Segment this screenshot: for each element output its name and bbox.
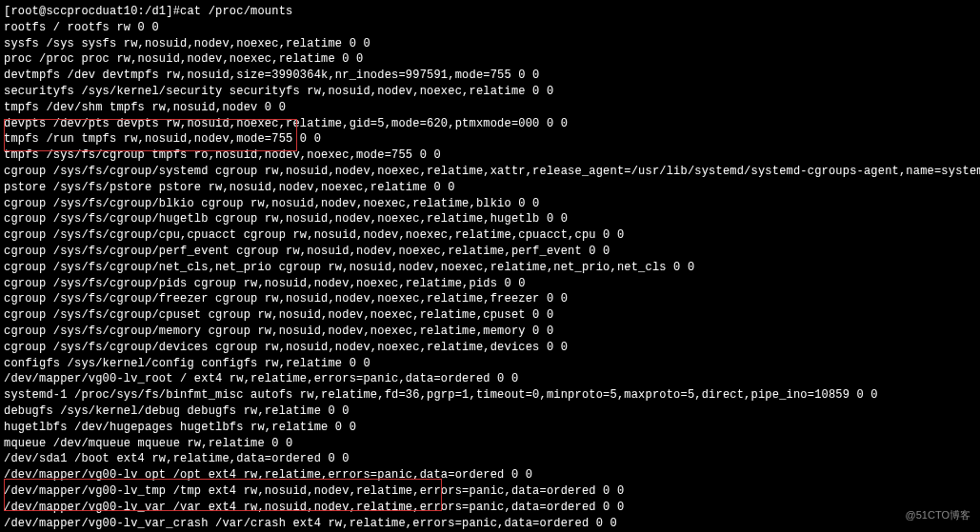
mount-line: rootfs / rootfs rw 0 0 [4,20,976,36]
mount-line: mqueue /dev/mqueue mqueue rw,relatime 0 … [4,436,976,452]
mount-line: configfs /sys/kernel/config configfs rw,… [4,356,976,372]
mount-line: tmpfs /run tmpfs rw,nosuid,nodev,mode=75… [4,131,976,148]
mount-line: cgroup /sys/fs/cgroup/memory cgroup rw,n… [4,324,976,340]
watermark-text: @51CTO博客 [906,508,970,522]
command-prompt: [root@sccprocduat10:/d1]#cat /proc/mount… [4,4,976,20]
mount-line: hugetlbfs /dev/hugepages hugetlbfs rw,re… [4,420,976,436]
mount-line: cgroup /sys/fs/cgroup/pids cgroup rw,nos… [4,276,976,292]
mount-line: cgroup /sys/fs/cgroup/devices cgroup rw,… [4,340,976,356]
mount-line: tmpfs /sys/fs/cgroup tmpfs ro,nosuid,nod… [4,148,976,164]
mount-line: devtmpfs /dev devtmpfs rw,nosuid,size=39… [4,68,976,84]
mount-line: pstore /sys/fs/pstore pstore rw,nosuid,n… [4,180,976,196]
mount-line: cgroup /sys/fs/cgroup/cpuset cgroup rw,n… [4,307,976,324]
mount-line: cgroup /sys/fs/cgroup/hugetlb cgroup rw,… [4,211,976,227]
mount-line: securityfs /sys/kernel/security security… [4,84,976,100]
mount-line: tmpfs /dev/shm tmpfs rw,nosuid,nodev 0 0 [4,100,976,116]
terminal-output: [root@sccprocduat10:/d1]#cat /proc/mount… [4,4,976,532]
mount-line: /dev/mapper/vg00-lv_tmp /tmp ext4 rw,nos… [4,483,976,500]
mount-line: cgroup /sys/fs/cgroup/net_cls,net_prio c… [4,260,976,276]
mount-line: cgroup /sys/fs/cgroup/systemd cgroup rw,… [4,164,976,180]
mount-line: /dev/sda1 /boot ext4 rw,relatime,data=or… [4,451,976,467]
mount-line: systemd-1 /proc/sys/fs/binfmt_misc autof… [4,387,976,404]
mount-line: devpts /dev/pts devpts rw,nosuid,noexec,… [4,116,976,132]
mount-line: proc /proc proc rw,nosuid,nodev,noexec,r… [4,51,976,68]
mount-lines: rootfs / rootfs rw 0 0sysfs /sys sysfs r… [4,20,976,532]
mount-line: cgroup /sys/fs/cgroup/perf_event cgroup … [4,244,976,260]
mount-line: /dev/mapper/vg00-lv_var /var ext4 rw,nos… [4,500,976,516]
mount-line: /dev/mapper/vg00-lv_var_crash /var/crash… [4,516,976,532]
mount-line: cgroup /sys/fs/cgroup/freezer cgroup rw,… [4,291,976,307]
mount-line: sysfs /sys sysfs rw,nosuid,nodev,noexec,… [4,36,976,52]
mount-line: /dev/mapper/vg00-lv_opt /opt ext4 rw,rel… [4,467,976,483]
mount-line: /dev/mapper/vg00-lv_root / ext4 rw,relat… [4,371,976,387]
mount-line: debugfs /sys/kernel/debug debugfs rw,rel… [4,404,976,420]
mount-line: cgroup /sys/fs/cgroup/cpu,cpuacct cgroup… [4,227,976,244]
mount-line: cgroup /sys/fs/cgroup/blkio cgroup rw,no… [4,196,976,212]
